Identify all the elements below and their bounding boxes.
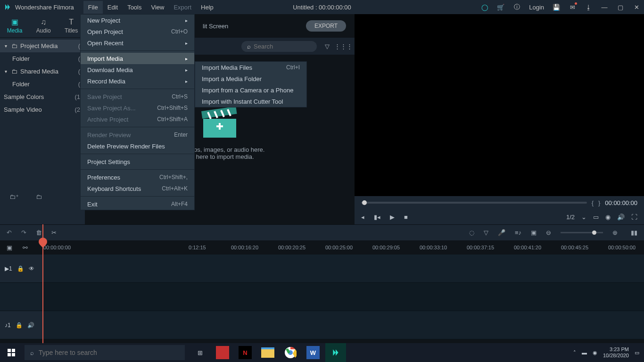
tab-audio[interactable]: ♫Audio <box>36 18 51 34</box>
audio-track[interactable]: ♪1 🔒 🔊 <box>0 311 644 339</box>
task-view-icon[interactable]: ⊞ <box>190 343 210 362</box>
save-icon[interactable]: 💾 <box>553 3 560 11</box>
menu-help[interactable]: Help <box>196 1 218 14</box>
menu-file[interactable]: File <box>83 1 103 14</box>
stop-button[interactable]: ▮◂ <box>374 214 380 221</box>
snapshot-icon[interactable]: ◉ <box>605 214 611 221</box>
menu-edit[interactable]: Edit <box>103 1 123 14</box>
tree-sample-video[interactable]: Sample Video(2 <box>0 103 85 116</box>
menu-open-recent[interactable]: Open Recent▸ <box>81 37 194 49</box>
tree-project-media[interactable]: ▾🗀Project Media( <box>0 40 85 52</box>
quality-icon[interactable]: ▭ <box>593 214 599 221</box>
fit-timeline-icon[interactable]: ▮▮ <box>631 229 637 236</box>
mail-icon[interactable]: ✉ <box>569 3 576 11</box>
delete-button[interactable]: 🗑 <box>36 229 42 236</box>
tray-notifications-icon[interactable]: ▭ <box>635 350 639 356</box>
track-body[interactable] <box>42 255 644 283</box>
zoom-in-button[interactable]: ⊕ <box>612 229 618 236</box>
tab-titles[interactable]: TTitles <box>65 18 78 34</box>
tree-sample-colors[interactable]: Sample Colors(1 <box>0 90 85 103</box>
tray-wifi-icon[interactable]: ◉ <box>593 350 597 356</box>
lock-icon[interactable]: 🔒 <box>17 265 24 272</box>
login-button[interactable]: Login <box>529 4 544 11</box>
menu-record-media[interactable]: Record Media▸ <box>81 75 194 87</box>
track-body[interactable] <box>42 311 644 339</box>
zoom-out-button[interactable]: ⊖ <box>546 229 551 236</box>
tree-shared-media[interactable]: ▾🗀Shared Media( <box>0 65 85 78</box>
tree-folder[interactable]: Folder( <box>0 52 85 65</box>
menu-project-settings[interactable]: Project Settings <box>81 156 194 167</box>
taskbar-word[interactable]: W <box>303 343 323 362</box>
tab-media[interactable]: ▣Media <box>7 17 23 34</box>
taskbar-explorer[interactable] <box>257 343 278 362</box>
playhead[interactable] <box>42 224 43 343</box>
tray-battery-icon[interactable]: ▬ <box>582 350 587 355</box>
menu-view[interactable]: View <box>146 1 169 14</box>
search-box[interactable]: ⌕ <box>241 41 317 52</box>
timeline-link-icon[interactable]: ⚯ <box>23 244 28 251</box>
search-input[interactable] <box>254 43 301 50</box>
tree-folder[interactable]: Folder( <box>0 78 85 90</box>
lock-icon[interactable]: 🔒 <box>16 322 23 329</box>
submenu-import-cutter[interactable]: Import with Instant Cutter Tool <box>195 96 306 107</box>
start-button[interactable] <box>0 343 23 362</box>
voiceover-icon[interactable]: 🎤 <box>498 229 505 236</box>
video-track[interactable]: ▶1 🔒 👁 <box>0 255 644 283</box>
open-folder-icon[interactable]: 🗀 <box>36 193 42 200</box>
menu-tools[interactable]: Tools <box>123 1 146 14</box>
taskbar-search[interactable]: ⌕ <box>25 345 185 360</box>
support-icon[interactable]: ◯ <box>481 3 488 11</box>
redo-button[interactable]: ↷ <box>21 229 26 236</box>
speaker-icon[interactable]: 🔊 <box>27 322 34 329</box>
menu-import-media[interactable]: Import Media▸ <box>81 53 194 64</box>
timeline-select-icon[interactable]: ▣ <box>7 244 12 251</box>
download-icon[interactable]: ⭳ <box>585 3 592 11</box>
menu-download-media[interactable]: Download Media▸ <box>81 64 194 75</box>
cut-button[interactable]: ✂ <box>51 229 57 236</box>
volume-icon[interactable]: 🔊 <box>617 214 625 221</box>
export-button[interactable]: EXPORT <box>306 20 346 32</box>
timeline-ruler[interactable]: ▣ ⚯ 00:00:00:00 0:12:15 00:00:16:20 00:0… <box>0 240 644 255</box>
new-folder-icon[interactable]: 🗀⁺ <box>9 193 19 200</box>
taskbar-search-input[interactable] <box>39 349 179 356</box>
undo-button[interactable]: ↶ <box>7 229 12 236</box>
taskbar-filmora[interactable] <box>325 343 346 362</box>
mixer-icon[interactable]: ≡♪ <box>515 229 521 236</box>
zoom-slider[interactable] <box>561 232 603 233</box>
menu-new-project[interactable]: New Project▸ <box>81 15 194 26</box>
maximize-button[interactable]: ▢ <box>617 3 624 11</box>
menu-preferences[interactable]: PreferencesCtrl+Shift+, <box>81 172 194 183</box>
menu-keyboard-shortcuts[interactable]: Keyboard ShortcutsCtrl+Alt+K <box>81 183 194 194</box>
prev-frame-button[interactable]: ◂ <box>361 214 364 221</box>
submenu-import-folder[interactable]: Import a Media Folder <box>195 73 306 84</box>
next-frame-button[interactable]: ■ <box>404 214 408 221</box>
taskbar-chrome[interactable] <box>280 343 301 362</box>
submenu-import-camera[interactable]: Import from a Camera or a Phone <box>195 84 306 96</box>
grid-icon[interactable]: ⋮⋮⋮ <box>338 41 349 52</box>
scrub-track[interactable] <box>361 202 587 204</box>
minimize-button[interactable]: — <box>601 3 608 11</box>
preview-viewport[interactable] <box>355 14 644 196</box>
menu-export[interactable]: Export <box>169 1 196 14</box>
preview-ratio[interactable]: 1/2 <box>566 214 575 221</box>
crop-icon[interactable]: ▣ <box>531 229 537 236</box>
zoom-handle[interactable] <box>592 230 596 235</box>
render-icon[interactable]: ◌ <box>469 229 474 236</box>
submenu-import-files[interactable]: Import Media FilesCtrl+I <box>195 62 306 73</box>
scrub-handle[interactable] <box>362 200 367 205</box>
split-screen-label[interactable]: lit Screen <box>203 23 228 30</box>
taskbar-app[interactable] <box>212 343 233 362</box>
filter-icon[interactable]: ▽ <box>322 41 333 52</box>
tray-chevron-icon[interactable]: ˄ <box>573 350 576 356</box>
menu-exit[interactable]: ExitAlt+F4 <box>81 198 194 210</box>
tray-clock[interactable]: 3:23 PM 10/28/2020 <box>603 346 629 359</box>
info-icon[interactable]: ⓘ <box>513 3 520 11</box>
menu-open-project[interactable]: Open ProjectCtrl+O <box>81 26 194 37</box>
marker-icon[interactable]: ▽ <box>484 229 488 236</box>
eye-icon[interactable]: 👁 <box>29 265 34 272</box>
taskbar-app[interactable]: N <box>235 343 256 362</box>
close-button[interactable]: ✕ <box>633 3 640 11</box>
play-button[interactable]: ▶ <box>390 214 395 221</box>
chevron-down-icon[interactable]: ⌄ <box>581 214 586 221</box>
menu-delete-render-files[interactable]: Delete Preview Render Files <box>81 140 194 152</box>
